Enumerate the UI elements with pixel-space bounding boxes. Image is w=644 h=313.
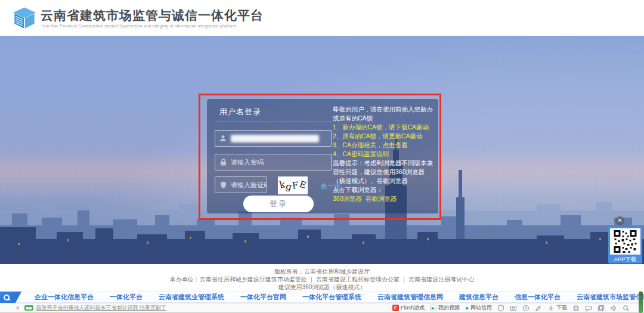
linkbar-logo-icon bbox=[0, 292, 21, 303]
captcha-image[interactable]: kgFE bbox=[278, 176, 308, 194]
boost-rocket-icon[interactable] bbox=[535, 305, 542, 312]
notice-download-prompt: 点击下载浏览器： bbox=[333, 185, 434, 194]
captcha-input[interactable] bbox=[231, 181, 267, 188]
copyright-line1: 版权所有：云南省住房和城乡建设厅 bbox=[0, 268, 644, 275]
flash-icon: F bbox=[392, 305, 399, 311]
username-value-redacted bbox=[231, 135, 319, 142]
history-clock-icon[interactable] bbox=[522, 305, 530, 312]
ticker-close-icon[interactable]: ✕ bbox=[16, 305, 20, 311]
notice-intro: 尊敬的用户，请在使用前插入您新办或原有的CA锁 bbox=[333, 105, 434, 123]
site-title: 云南省建筑市场监管与诚信一体化平台 bbox=[41, 7, 264, 24]
notice-item-4[interactable]: 4、CA密码重置说明 bbox=[333, 150, 434, 159]
site-credit-label: 网站信用 bbox=[470, 304, 492, 312]
news-badge-icon bbox=[24, 305, 33, 311]
captcha-field[interactable] bbox=[215, 176, 267, 193]
shield-icon bbox=[215, 181, 231, 188]
notice-item-1[interactable]: 1、新办理的CA锁，请下载CA驱动 bbox=[333, 123, 434, 132]
download-arrow-icon bbox=[547, 305, 555, 312]
feedback-chat-icon[interactable] bbox=[585, 305, 592, 312]
link-building-info-platform[interactable]: 建筑信息平台 bbox=[459, 293, 499, 302]
link-market-supervision-net[interactable]: 云南省建筑市场监管信息网 bbox=[577, 293, 644, 302]
link-construction-info-net[interactable]: 云南省建筑管理信息网 bbox=[377, 293, 443, 302]
page: 云南省建筑市场监管与诚信一体化平台 Yun Nan Province Const… bbox=[0, 0, 644, 313]
my-videos-label: 我的视频 bbox=[438, 304, 460, 312]
footer-copyright: 版权所有：云南省住房和城乡建设厅 承办单位：云南省住房和城乡建设厅建筑市场监管处… bbox=[0, 264, 644, 292]
site-credit-button[interactable]: ● 网站信用 bbox=[465, 304, 492, 312]
play-icon: ▶ bbox=[430, 305, 436, 311]
password-field[interactable] bbox=[215, 154, 332, 171]
linkbar-links: 企业一体化信息平台 一体化平台 云南省建筑业管理系统 一体化平台官网 一体化平台… bbox=[35, 293, 644, 302]
flash-games-button[interactable]: F Flash游戏 bbox=[392, 304, 425, 312]
my-videos-button[interactable]: ▶ 我的视频 bbox=[430, 304, 460, 312]
copyright-line3: 建议使用360浏览器（极速模式） bbox=[0, 283, 644, 291]
app-download-label: APP下载 bbox=[610, 256, 640, 264]
captcha-char: E bbox=[298, 179, 307, 191]
download-label: 下载 bbox=[556, 304, 567, 312]
link-info-integration-platform[interactable]: 信息一体化平台 bbox=[515, 293, 561, 302]
hero-background: 用户名登录 bbox=[0, 36, 644, 264]
browser-status-bar: ✕ 嚣张男子当街揍他人还叫嚣东三省都认识我 结果悲剧了 F Flash游戏 ▶ … bbox=[0, 303, 644, 313]
login-form: 用户名登录 bbox=[215, 99, 334, 213]
link-integration-platform[interactable]: 一体化平台 bbox=[110, 293, 143, 302]
droplet-icon: ● bbox=[465, 305, 469, 311]
login-panel-title: 用户名登录 bbox=[219, 107, 261, 117]
notice-item-3[interactable]: 3、CA办理相关，点击查看 bbox=[333, 141, 434, 150]
printer-icon[interactable] bbox=[572, 305, 580, 312]
restore-window-icon[interactable] bbox=[597, 305, 605, 312]
download-button[interactable]: 下载 bbox=[547, 304, 567, 312]
user-icon bbox=[215, 135, 231, 142]
username-field[interactable] bbox=[215, 130, 332, 147]
ca-notice: 尊敬的用户，请在使用前插入您新办或原有的CA锁 1、新办理的CA锁，请下载CA驱… bbox=[333, 105, 434, 203]
download-360-browser-link[interactable]: 360浏览器 bbox=[333, 195, 362, 202]
scrollbar-thumb[interactable] bbox=[639, 292, 643, 313]
site-subtitle: Yun Nan Province Construciton market Sup… bbox=[42, 24, 236, 28]
security-shield-icon[interactable] bbox=[497, 305, 504, 312]
app-widget-close-icon[interactable]: ✕ bbox=[615, 216, 624, 225]
search-icon[interactable] bbox=[623, 305, 630, 312]
login-button[interactable]: 登录 bbox=[243, 196, 314, 212]
lock-icon bbox=[215, 159, 231, 166]
mute-speaker-icon[interactable] bbox=[610, 305, 617, 312]
copyright-line2: 承办单位：云南省住房和城乡建设厅建筑市场监管处 ｜ 云南省建设工程招标管理办公室… bbox=[0, 275, 644, 283]
link-platform-official-site[interactable]: 一体化平台官网 bbox=[240, 293, 286, 302]
notice-tip: 温馨提示：考虑到浏览器不同版本兼容性问题，建议您使用360浏览器（极速模式）、谷… bbox=[333, 159, 434, 185]
link-platform-mgmt-system[interactable]: 一体化平台管理系统 bbox=[302, 293, 361, 302]
notice-item-2[interactable]: 2、原有的CA锁，请更新CA驱动 bbox=[333, 132, 434, 141]
header: 云南省建筑市场监管与诚信一体化平台 Yun Nan Province Const… bbox=[0, 0, 644, 36]
divider bbox=[215, 122, 334, 122]
related-links-bar: 企业一体化信息平台 一体化平台 云南省建筑业管理系统 一体化平台官网 一体化平台… bbox=[0, 292, 644, 303]
app-download-widget[interactable]: APP下载 bbox=[608, 227, 642, 264]
password-input[interactable] bbox=[231, 159, 331, 166]
site-logo-icon bbox=[12, 5, 37, 30]
link-construction-mgmt-system[interactable]: 云南省建筑业管理系统 bbox=[159, 293, 224, 302]
news-ticker-link[interactable]: 嚣张男子当街揍他人还叫嚣东三省都认识我 结果悲剧了 bbox=[36, 304, 167, 312]
login-panel: 用户名登录 bbox=[207, 99, 438, 213]
captcha-char: F bbox=[292, 180, 299, 191]
flash-games-label: Flash游戏 bbox=[401, 304, 425, 312]
download-chrome-link[interactable]: 谷歌浏览器 bbox=[366, 195, 397, 202]
qr-code bbox=[610, 228, 640, 255]
screenshot-icon[interactable] bbox=[510, 305, 517, 312]
login-highlight-annotation: 用户名登录 bbox=[199, 94, 441, 220]
link-enterprise-platform[interactable]: 企业一体化信息平台 bbox=[35, 293, 94, 302]
